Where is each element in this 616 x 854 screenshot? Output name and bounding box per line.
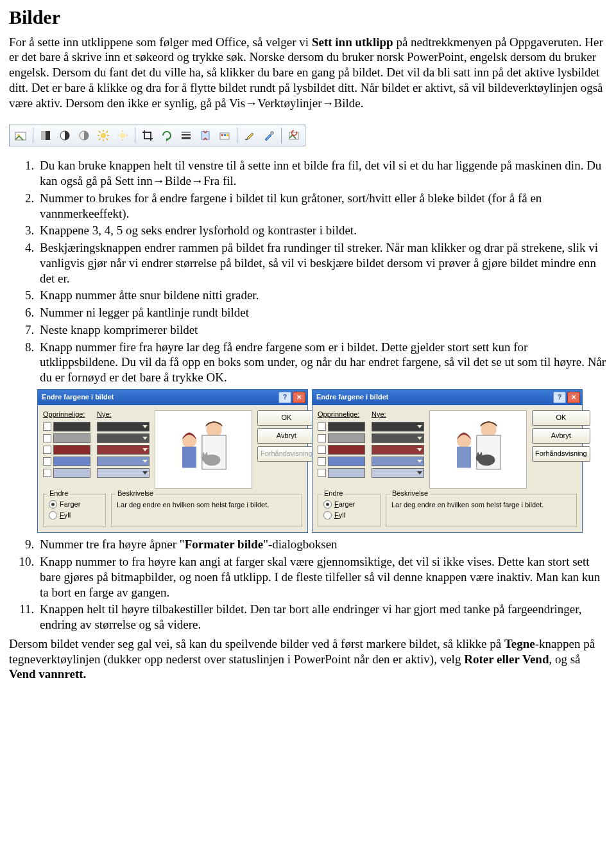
- checkbox[interactable]: [43, 469, 51, 477]
- preview-button[interactable]: Forhåndsvisning: [532, 446, 590, 462]
- recolor-dialog-before: Endre fargene i bildet ? ✕ Opprinnelige:: [37, 389, 308, 534]
- svg-rect-29: [245, 139, 248, 140]
- color-dropdown[interactable]: [372, 457, 424, 466]
- svg-rect-26: [221, 134, 223, 136]
- svg-marker-34: [142, 448, 148, 451]
- rotate-icon[interactable]: [158, 126, 176, 144]
- toolbar-separator: [135, 128, 135, 143]
- svg-point-43: [201, 454, 209, 461]
- close-icon[interactable]: ✕: [567, 392, 580, 403]
- list-item: Neste knapp komprimerer bildet: [37, 322, 607, 338]
- color-dropdown[interactable]: [372, 468, 424, 478]
- cancel-button[interactable]: Avbryt: [532, 428, 590, 444]
- checkbox[interactable]: [318, 434, 326, 442]
- color-dropdown[interactable]: [97, 457, 150, 466]
- ok-button[interactable]: OK: [257, 410, 316, 426]
- color-dropdown[interactable]: [372, 445, 424, 455]
- svg-marker-33: [142, 437, 148, 440]
- li9-c: "-dialogboksen: [263, 537, 337, 551]
- dialog-titlebar: Endre fargene i bildet ? ✕: [38, 390, 307, 405]
- svg-rect-27: [224, 134, 226, 136]
- footer-f: Vend vannrett.: [9, 667, 86, 681]
- line-style-icon[interactable]: [177, 126, 195, 144]
- page-title: Bilder: [9, 5, 607, 30]
- format-picture-icon[interactable]: [241, 126, 259, 144]
- checkbox[interactable]: [43, 446, 51, 454]
- toolbar-separator: [281, 128, 282, 143]
- svg-rect-28: [227, 134, 228, 136]
- list-item: Du kan bruke knappen helt til venstre ti…: [37, 158, 607, 189]
- color-dropdown[interactable]: [97, 468, 150, 478]
- svg-point-15: [120, 133, 125, 138]
- svg-marker-32: [142, 425, 148, 428]
- color-dropdown[interactable]: [97, 422, 150, 431]
- checkbox[interactable]: [318, 469, 326, 477]
- fill-radio[interactable]: [323, 511, 332, 519]
- checkbox[interactable]: [43, 457, 51, 466]
- list-item: Knapp nummer åtte snur bildene nitti gra…: [37, 288, 607, 303]
- change-fieldset: Endre Farger Fyll: [43, 494, 106, 528]
- checkbox[interactable]: [318, 457, 326, 466]
- svg-marker-46: [417, 425, 422, 428]
- dialog-screenshots: Endre fargene i bildet ? ✕ Opprinnelige:: [37, 389, 607, 534]
- fill-radio-label: Fyll: [334, 511, 345, 520]
- crop-icon[interactable]: [139, 126, 157, 144]
- close-icon[interactable]: ✕: [293, 392, 305, 403]
- color-dropdown[interactable]: [372, 422, 424, 431]
- checkbox[interactable]: [318, 423, 326, 431]
- description-text: Lar deg endre en hvilken som helst farge…: [391, 498, 571, 510]
- svg-line-13: [99, 139, 101, 141]
- list-item: Knapp nummer to fra høyre kan angi at fa…: [37, 554, 607, 600]
- help-icon[interactable]: ?: [278, 392, 291, 403]
- checkbox[interactable]: [43, 423, 51, 431]
- footer-a: Dersom bildet vender seg gal vei, så kan…: [9, 637, 504, 650]
- more-brightness-icon[interactable]: [94, 126, 112, 144]
- toolbar-separator: [33, 128, 33, 143]
- color-dropdown[interactable]: [97, 433, 150, 443]
- list-item: Nummer to brukes for å endre fargene i b…: [37, 191, 607, 222]
- svg-point-57: [476, 454, 483, 461]
- list-item: Knapp nummer fire fra høyre lar deg få e…: [37, 340, 607, 385]
- recolor-dialog-after: Endre fargene i bildet ? ✕ Opprinnelige:: [312, 389, 583, 534]
- svg-marker-35: [142, 460, 148, 463]
- reset-picture-icon[interactable]: [285, 126, 303, 144]
- fill-radio-label: Fyll: [60, 511, 71, 520]
- ok-button[interactable]: OK: [532, 410, 590, 426]
- insert-picture-icon[interactable]: [12, 126, 30, 144]
- color-mode-icon[interactable]: [37, 126, 55, 144]
- dialog-title-text: Endre fargene i bildet: [42, 393, 114, 402]
- color-dropdown[interactable]: [97, 445, 150, 455]
- colors-radio-label: Farger: [334, 500, 355, 509]
- svg-line-14: [107, 131, 108, 133]
- dialog-title-text: Endre fargene i bildet: [316, 393, 388, 402]
- cancel-button[interactable]: Avbryt: [257, 428, 316, 444]
- li9-bold: Formater bilde: [185, 537, 264, 551]
- more-contrast-icon[interactable]: [56, 126, 74, 144]
- footer-e: , og så: [549, 652, 580, 666]
- list-item: Nummer ni legger på kantlinje rundt bild…: [37, 305, 607, 320]
- svg-line-11: [99, 131, 101, 133]
- color-dropdown[interactable]: [372, 433, 424, 443]
- change-legend: Endre: [47, 489, 70, 498]
- svg-marker-47: [417, 437, 422, 440]
- less-brightness-icon[interactable]: [114, 126, 132, 144]
- compress-icon[interactable]: [196, 126, 214, 144]
- description-legend: Beskrivelse: [116, 489, 155, 498]
- help-icon[interactable]: ?: [553, 392, 566, 403]
- checkbox[interactable]: [43, 434, 51, 442]
- checkbox[interactable]: [318, 446, 326, 454]
- new-label: Nye:: [97, 410, 112, 418]
- fill-radio[interactable]: [49, 511, 57, 519]
- less-contrast-icon[interactable]: [75, 126, 93, 144]
- svg-marker-49: [417, 460, 422, 463]
- recolor-icon[interactable]: [216, 126, 234, 144]
- colors-radio[interactable]: [49, 500, 57, 509]
- instruction-list-continued: Nummer tre fra høyre åpner "Formater bil…: [37, 537, 607, 632]
- svg-line-12: [107, 139, 108, 141]
- preview-button[interactable]: Forhåndsvisning: [257, 446, 316, 462]
- svg-point-6: [101, 133, 106, 138]
- set-transparent-icon[interactable]: [260, 126, 278, 144]
- colors-radio[interactable]: [323, 500, 332, 509]
- list-item: Nummer tre fra høyre åpner "Formater bil…: [37, 537, 607, 552]
- instruction-list: Du kan bruke knappen helt til venstre ti…: [37, 158, 607, 385]
